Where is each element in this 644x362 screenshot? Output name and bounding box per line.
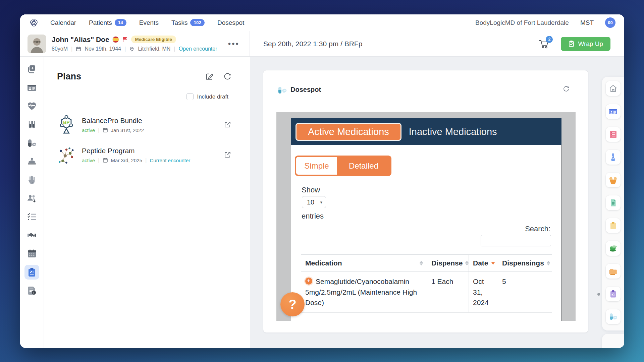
nav-events[interactable]: Events	[139, 19, 159, 26]
show-label: Show	[302, 186, 320, 194]
plans-panel: Plans Include draft	[44, 57, 250, 348]
edit-plans-icon[interactable]	[206, 73, 213, 80]
app-window: Calendar Patients14 Events Tasks102 Dose…	[20, 14, 624, 348]
app-logo-icon[interactable]	[29, 18, 39, 28]
plan-item-balancepro[interactable]: BP BalancePro Bundle active | Jan 31st, …	[57, 114, 250, 136]
patient-info: John "Alias" Doe Medicare Eligible 80yoM…	[52, 36, 217, 52]
exam-table-icon[interactable]	[24, 154, 39, 169]
nav-dosespot[interactable]: Dosespot	[217, 19, 244, 26]
clinic-name[interactable]: BodyLogicMD of Fort Lauderdale	[475, 19, 569, 26]
date-cell: Oct 31, 2024	[469, 272, 498, 313]
dosespot-iframe: Active Medications Inactive Medications …	[276, 112, 576, 321]
sort-icon	[465, 261, 469, 265]
open-plan-button[interactable]	[224, 151, 231, 160]
cart-count-badge: 2	[546, 36, 553, 43]
balancepro-plan-icon: BP	[57, 114, 76, 136]
heart-pulse-icon[interactable]	[24, 99, 39, 114]
coins-icon[interactable]	[606, 241, 621, 256]
top-navbar: Calendar Patients14 Events Tasks102 Dose…	[20, 14, 624, 31]
wrap-up-button[interactable]: Wrap Up	[561, 37, 610, 51]
plan-name[interactable]: BalancePro Bundle	[82, 117, 144, 125]
dispensings-cell: 5	[498, 272, 552, 313]
medication-cell: + Semaglutide/Cyanocobalamin 5mg/2.5mg/2…	[301, 272, 427, 313]
clipboard-icon[interactable]	[606, 218, 621, 233]
patient-dob: Nov 19th, 1944	[85, 46, 121, 52]
encounter-title: Sep 20th, 2022 1:30 pm / BRFp	[263, 40, 362, 48]
entries-label: entries	[302, 212, 324, 221]
medications-table: Medication Dispense Date	[301, 254, 552, 313]
plan-date: Jan 31st, 2022	[111, 127, 144, 133]
sort-icon	[420, 261, 423, 265]
nav-tasks[interactable]: Tasks102	[171, 19, 205, 26]
view-simple-button[interactable]: Simple	[296, 157, 337, 175]
patient-more-button[interactable]: •••	[228, 39, 242, 49]
add-medication-icon[interactable]: +	[305, 278, 312, 285]
include-draft-label: Include draft	[197, 94, 228, 100]
rail-divider	[606, 100, 620, 100]
current-encounter-link[interactable]: Current encounter	[150, 158, 190, 163]
folder-icon[interactable]	[606, 264, 621, 279]
location-pin-icon	[129, 46, 135, 52]
column-header-dispensings[interactable]: Dispensings	[498, 255, 552, 272]
pills-icon[interactable]	[606, 173, 621, 187]
plan-list: BP BalancePro Bundle active | Jan 31st, …	[57, 114, 250, 166]
hand-icon[interactable]	[24, 173, 39, 187]
clipboard-check-icon[interactable]	[606, 287, 621, 301]
plan-item-peptide[interactable]: Peptide Program active | Mar 3rd, 2025 |…	[57, 144, 250, 166]
flask-icon[interactable]	[606, 150, 621, 165]
id-card-icon[interactable]	[24, 80, 39, 95]
red-flag-icon[interactable]	[122, 37, 128, 43]
nav-right: BodyLogicMD of Fort Lauderdale MST 00	[475, 17, 615, 28]
clipboard-check-icon[interactable]	[24, 265, 39, 280]
help-button[interactable]: ?	[280, 292, 305, 316]
pills-icon[interactable]	[24, 136, 39, 150]
plan-status: active	[82, 158, 95, 163]
note-add-icon[interactable]	[24, 62, 39, 77]
users-plus-icon[interactable]	[24, 191, 39, 206]
view-mode-toggle: Simple Detailed	[295, 156, 391, 176]
column-header-medication[interactable]: Medication	[301, 255, 427, 272]
pills-blue-icon[interactable]	[606, 309, 621, 324]
calendar-grid-icon[interactable]	[24, 246, 39, 261]
plan-name[interactable]: Peptide Program	[82, 147, 190, 155]
calendar-icon	[103, 158, 108, 163]
checklist-icon[interactable]	[24, 209, 39, 224]
plan-date: Mar 3rd, 2025	[111, 158, 142, 163]
medication-row: + Semaglutide/Cyanocobalamin 5mg/2.5mg/2…	[301, 272, 552, 313]
handshake-icon[interactable]	[24, 228, 39, 243]
tab-inactive-medications[interactable]: Inactive Medications	[409, 126, 497, 137]
open-encounter-link[interactable]: Open encounter	[179, 46, 217, 52]
column-header-dispense[interactable]: Dispense	[427, 255, 469, 272]
open-plan-button[interactable]	[224, 121, 231, 129]
svg-text:BP: BP	[63, 120, 69, 125]
cart-button[interactable]: 2	[539, 39, 550, 49]
external-link-icon	[224, 121, 231, 128]
nav-items: Calendar Patients14 Events Tasks102 Dose…	[50, 19, 244, 26]
home-icon[interactable]	[606, 81, 621, 96]
workspace-area: Dosespot Active Medications Inactive Med…	[250, 57, 624, 348]
tab-active-medications[interactable]: Active Medications	[296, 123, 401, 141]
include-draft-checkbox[interactable]	[186, 93, 194, 100]
dosespot-refresh-icon[interactable]	[563, 86, 569, 94]
column-header-date[interactable]: Date	[469, 255, 498, 272]
calendar-icon	[76, 46, 81, 52]
view-detailed-button[interactable]: Detailed	[337, 157, 390, 175]
external-link-icon	[224, 151, 231, 158]
id-card-icon[interactable]	[606, 104, 621, 119]
page-size-select[interactable]: 10 ▾	[302, 196, 326, 208]
nav-calendar[interactable]: Calendar	[50, 19, 76, 26]
timezone-label[interactable]: MST	[580, 19, 594, 26]
right-icon-rail-lower	[602, 334, 624, 348]
document-info-icon[interactable]	[24, 283, 39, 298]
search-input[interactable]	[481, 235, 551, 246]
calendar-icon	[103, 127, 108, 133]
form-list-icon[interactable]	[606, 127, 621, 142]
nav-patients[interactable]: Patients14	[89, 19, 126, 26]
document-icon[interactable]	[606, 195, 621, 210]
spain-flag-icon	[112, 36, 119, 43]
patient-photo[interactable]	[28, 35, 46, 53]
user-avatar[interactable]: 00	[605, 17, 615, 28]
refresh-plans-icon[interactable]	[223, 73, 231, 80]
dosespot-pills-icon	[278, 86, 287, 94]
test-tubes-icon[interactable]	[24, 117, 39, 132]
